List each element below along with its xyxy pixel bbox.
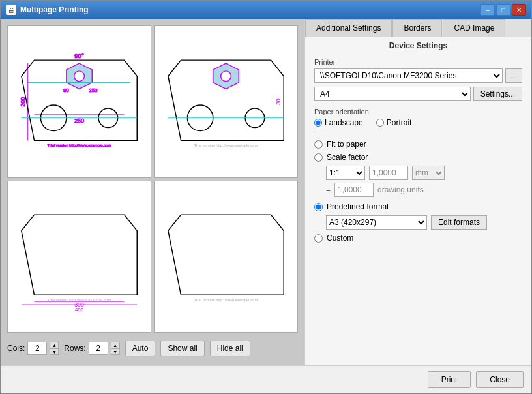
orientation-label: Paper orientation	[314, 108, 522, 115]
portrait-label: Portrait	[387, 118, 412, 127]
minimize-button[interactable]: –	[480, 4, 495, 16]
svg-text:Trial version http://www.examp: Trial version http://www.example.com	[48, 298, 111, 302]
landscape-radio[interactable]	[314, 119, 322, 127]
tab-cad-image[interactable]: CAD Image	[443, 19, 505, 37]
svg-text:400: 400	[75, 307, 84, 312]
drawing-units-row: = drawing units	[326, 183, 522, 197]
cols-up-arrow[interactable]: ▲	[50, 342, 59, 348]
format-row: A3 (420x297) Edit formats	[326, 215, 522, 230]
cols-label: Cols:	[7, 344, 25, 353]
svg-point-20	[221, 70, 231, 81]
orientation-radio-group: Landscape Portrait	[314, 118, 522, 127]
preview-cell-bottom-right: Trial version http://www.example.com	[154, 181, 298, 333]
paper-row: A4 Settings...	[314, 87, 522, 101]
scale-number-input[interactable]	[369, 166, 408, 180]
right-panel: Additional Settings Borders CAD Image De…	[304, 19, 531, 365]
scale-factor-radio[interactable]	[314, 153, 323, 162]
svg-marker-29	[168, 215, 284, 295]
show-all-button[interactable]: Show all	[160, 341, 204, 356]
close-window-button[interactable]: ✕	[512, 4, 526, 16]
fit-paper-radio[interactable]	[314, 140, 323, 149]
scale-inputs-row: 1:1 mm	[326, 166, 522, 180]
cols-down-arrow[interactable]: ▼	[50, 348, 59, 355]
svg-text:90°: 90°	[74, 52, 84, 59]
landscape-label: Landscape	[325, 118, 363, 127]
hide-all-button[interactable]: Hide all	[210, 341, 250, 356]
preview-cell-top-left: 90° 200 250	[7, 25, 151, 178]
tab-borders[interactable]: Borders	[392, 19, 442, 37]
landscape-option[interactable]: Landscape	[314, 118, 363, 127]
fit-paper-label: Fit to paper	[327, 140, 366, 149]
printer-row: \\SOFTGOLD10\Canon MF3200 Series ...	[314, 68, 522, 83]
paper-size-select[interactable]: A4	[314, 87, 471, 101]
custom-option: Custom	[314, 234, 522, 243]
svg-text:80: 80	[63, 87, 69, 93]
svg-text:Trial version http://www.examp: Trial version http://www.example.com	[194, 298, 258, 302]
preview-area: 90° 200 250	[7, 25, 298, 333]
predefined-format-label: Predefined format	[327, 202, 389, 211]
format-section: Predefined format A3 (420x297) Edit form…	[314, 202, 522, 243]
svg-text:Trial version http://www.examp: Trial version http://www.example.com	[194, 144, 258, 147]
svg-text:200: 200	[20, 97, 26, 106]
svg-point-2	[74, 70, 85, 81]
content-area: 90° 200 250	[1, 19, 531, 365]
preview-drawing-3: 300 400 Trial version http://www.example…	[15, 189, 143, 324]
svg-marker-23	[22, 215, 137, 295]
orientation-section: Paper orientation Landscape Portrait	[314, 108, 522, 127]
divider-1	[314, 134, 522, 134]
settings-content: Printer \\SOFTGOLD10\Canon MF3200 Series…	[305, 53, 531, 365]
main-window: 🖨 Multipage Printing – □ ✕ 90°	[0, 0, 532, 394]
preview-cell-bottom-left: 300 400 Trial version http://www.example…	[7, 181, 151, 333]
rows-down-arrow[interactable]: ▼	[111, 348, 120, 355]
scale-factor-label: Scale factor	[327, 153, 368, 162]
predefined-format-radio[interactable]	[314, 203, 323, 211]
printer-ellipsis-button[interactable]: ...	[505, 68, 522, 83]
svg-text:250: 250	[89, 87, 98, 93]
print-button[interactable]: Print	[428, 371, 471, 388]
rows-label: Rows:	[64, 344, 85, 353]
drawing-units-label: drawing units	[377, 185, 424, 194]
paper-settings-button[interactable]: Settings...	[473, 87, 522, 101]
preview-cell-top-right: 30 Trial version http://www.example.com	[154, 25, 298, 178]
auto-button[interactable]: Auto	[125, 341, 156, 356]
printer-select[interactable]: \\SOFTGOLD10\Canon MF3200 Series	[314, 68, 503, 83]
device-settings-label: Device Settings	[305, 37, 531, 53]
rows-input[interactable]	[89, 342, 108, 355]
title-controls: – □ ✕	[480, 4, 526, 16]
preview-drawing-1: 90° 200 250	[15, 34, 143, 170]
rows-arrows: ▲ ▼	[111, 342, 120, 355]
fit-paper-option: Fit to paper	[314, 140, 522, 149]
predefined-format-option: Predefined format	[314, 202, 522, 211]
format-select[interactable]: A3 (420x297)	[326, 215, 427, 230]
close-button[interactable]: Close	[476, 371, 524, 388]
cols-input[interactable]	[27, 342, 47, 355]
portrait-option[interactable]: Portrait	[376, 118, 412, 127]
left-panel: 90° 200 250	[1, 19, 304, 365]
scale-factor-option: Scale factor	[314, 153, 522, 162]
bottom-controls: Cols: ▲ ▼ Rows: ▲ ▼ Auto Show all	[7, 338, 298, 359]
svg-text:30: 30	[275, 98, 282, 105]
window-icon: 🖨	[6, 5, 16, 15]
tab-additional-settings[interactable]: Additional Settings	[305, 19, 392, 37]
equals-label: =	[326, 185, 331, 194]
custom-label: Custom	[327, 234, 353, 243]
maximize-button[interactable]: □	[496, 4, 510, 16]
edit-formats-button[interactable]: Edit formats	[431, 215, 487, 230]
custom-radio[interactable]	[314, 234, 323, 243]
scale-ratio-select[interactable]: 1:1	[326, 166, 365, 180]
preview-drawing-2: 30 Trial version http://www.example.com	[162, 34, 290, 170]
bottom-bar: Print Close	[1, 365, 531, 393]
cols-spinner-group: Cols: ▲ ▼	[7, 342, 59, 355]
title-bar: 🖨 Multipage Printing – □ ✕	[1, 1, 531, 19]
drawing-units-input[interactable]	[334, 183, 374, 197]
unit-select[interactable]: mm	[412, 166, 445, 180]
printer-label: Printer	[314, 58, 522, 66]
rows-spinner-group: Rows: ▲ ▼	[64, 342, 119, 355]
title-bar-left: 🖨 Multipage Printing	[6, 5, 89, 15]
scale-section: Fit to paper Scale factor 1:1 mm	[314, 140, 522, 197]
window-title: Multipage Printing	[20, 5, 89, 14]
portrait-radio[interactable]	[376, 119, 384, 127]
cols-arrows: ▲ ▼	[50, 342, 59, 355]
rows-up-arrow[interactable]: ▲	[111, 342, 120, 348]
preview-drawing-4: Trial version http://www.example.com	[162, 189, 290, 324]
